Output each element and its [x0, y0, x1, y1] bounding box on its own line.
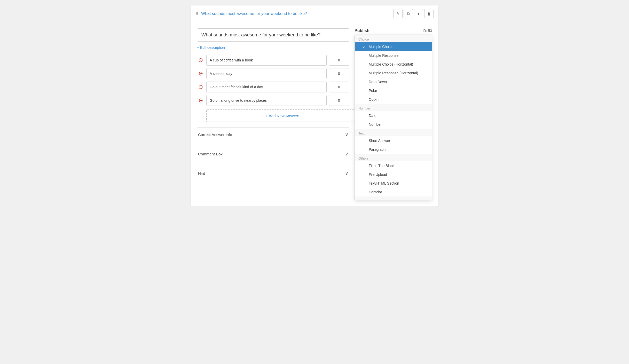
- dropdown-item-text-html-section[interactable]: Text/HTML Section: [355, 179, 432, 188]
- copy-button[interactable]: ⧉: [404, 9, 413, 18]
- answer-row: ⊖: [197, 82, 349, 92]
- answer-4-input[interactable]: [206, 95, 327, 106]
- item-label: Text/HTML Section: [369, 181, 399, 185]
- item-label: Multiple Choice (Horizontal): [369, 62, 413, 66]
- score-3-input[interactable]: [329, 82, 349, 92]
- correct-answer-chevron: ∨: [345, 132, 348, 137]
- answer-row: ⊖: [197, 55, 349, 66]
- answer-row: ⊖: [197, 95, 349, 106]
- question-card: ⠿ What sounds most awesome for your week…: [191, 5, 438, 207]
- score-4-input[interactable]: [329, 95, 349, 106]
- remove-answer-3-button[interactable]: ⊖: [197, 83, 204, 91]
- dropdown-item-multiple-response-horizontal[interactable]: Multiple Response (Horizontal): [355, 69, 432, 77]
- delete-button[interactable]: 🗑: [424, 9, 434, 18]
- comment-box-section: Comment Box ∨: [197, 147, 349, 161]
- dropdown-list: Choice ✓ Multiple Choice Multiple Respon…: [355, 35, 432, 200]
- answer-2-input[interactable]: [206, 68, 327, 79]
- edit-description-link[interactable]: + Edit description: [197, 45, 225, 50]
- header-left: ⠿ What sounds most awesome for your week…: [195, 11, 307, 16]
- item-label: Number: [369, 122, 382, 126]
- answer-1-input[interactable]: [206, 55, 327, 66]
- question-area: What sounds most awesome for your weeken…: [197, 28, 349, 200]
- hint-header[interactable]: Hint ∨: [197, 166, 349, 180]
- publish-bar: Publish ID: 53: [355, 28, 432, 33]
- dropdown-item-number[interactable]: Number: [355, 120, 432, 129]
- item-label: Short Answer: [369, 139, 390, 143]
- dropdown-item-date[interactable]: Date: [355, 111, 432, 120]
- correct-answer-label: Correct Answer Info: [198, 132, 232, 137]
- group-label-text: Text: [355, 129, 432, 136]
- dropdown-item-opt-in[interactable]: Opt-in: [355, 95, 432, 104]
- item-label: Paragraph: [369, 147, 386, 152]
- dropdown-item-fill-in-the-blank[interactable]: Fill In The Blank: [355, 161, 432, 170]
- answers-list: ⊖ ⊖ ⊖ ⊖: [197, 55, 349, 106]
- item-label: Multiple Response: [369, 53, 398, 58]
- header-actions: ✎ ⧉ ▾ 🗑: [393, 9, 434, 18]
- score-1-input[interactable]: [329, 55, 349, 66]
- correct-answer-header[interactable]: Correct Answer Info ∨: [197, 128, 349, 141]
- comment-box-label: Comment Box: [198, 152, 223, 156]
- comment-box-chevron: ∨: [345, 151, 348, 157]
- remove-answer-1-button[interactable]: ⊖: [197, 57, 204, 64]
- item-label: File Upload: [369, 172, 387, 177]
- question-text: What sounds most awesome for your weeken…: [197, 28, 349, 42]
- dropdown-item-paragraph[interactable]: Paragraph: [355, 145, 432, 154]
- hint-section: Hint ∨: [197, 166, 349, 180]
- answer-3-input[interactable]: [206, 82, 327, 92]
- item-label: Opt-in: [369, 97, 379, 101]
- item-label: Drop Down: [369, 80, 387, 84]
- remove-answer-2-button[interactable]: ⊖: [197, 70, 204, 77]
- card-title: What sounds most awesome for your weeken…: [201, 11, 307, 16]
- question-type-dropdown[interactable]: Choice ✓ Multiple Choice Multiple Respon…: [355, 35, 432, 200]
- check-icon: ✓: [363, 45, 367, 49]
- item-label: Fill In The Blank: [369, 164, 395, 168]
- comment-box-header[interactable]: Comment Box ∨: [197, 147, 349, 161]
- dropdown-item-polar[interactable]: Polar: [355, 86, 432, 95]
- correct-answer-section: Correct Answer Info ∨: [197, 127, 349, 141]
- dropdown-item-multiple-response[interactable]: Multiple Response: [355, 51, 432, 60]
- add-answer-button[interactable]: + Add New Answer!: [206, 109, 359, 122]
- answer-row: ⊖: [197, 68, 349, 79]
- item-label: Polar: [369, 89, 377, 93]
- collapse-button[interactable]: ▾: [414, 9, 423, 18]
- dropdown-item-captcha[interactable]: Captcha: [355, 188, 432, 196]
- hint-chevron: ∨: [345, 170, 348, 176]
- remove-answer-4-button[interactable]: ⊖: [197, 97, 204, 104]
- dropdown-item-short-answer[interactable]: Short Answer: [355, 136, 432, 145]
- item-label: Multiple Choice: [369, 45, 394, 49]
- item-label: Captcha: [369, 190, 382, 194]
- dropdown-item-file-upload[interactable]: File Upload: [355, 170, 432, 179]
- item-label: Date: [369, 114, 376, 118]
- group-label-others: Others: [355, 154, 432, 161]
- dropdown-item-multiple-choice[interactable]: ✓ Multiple Choice: [355, 42, 432, 51]
- group-label-number: Number: [355, 104, 432, 111]
- edit-button[interactable]: ✎: [393, 9, 403, 18]
- publish-label: Publish: [355, 28, 369, 33]
- group-label-choice: Choice: [355, 35, 432, 42]
- group-label-advanced: Advanced: [355, 196, 432, 200]
- score-2-input[interactable]: [329, 68, 349, 79]
- item-label: Multiple Response (Horizontal): [369, 71, 418, 75]
- card-header: ⠿ What sounds most awesome for your week…: [191, 5, 438, 22]
- id-label: ID: 53: [422, 29, 432, 33]
- card-body: What sounds most awesome for your weeken…: [191, 22, 438, 207]
- dropdown-item-drop-down[interactable]: Drop Down: [355, 77, 432, 86]
- drag-icon[interactable]: ⠿: [195, 11, 199, 16]
- dropdown-item-multiple-choice-horizontal[interactable]: Multiple Choice (Horizontal): [355, 60, 432, 69]
- right-panel: Publish ID: 53 Choice ✓ Multiple Choice …: [355, 28, 432, 200]
- hint-label: Hint: [198, 171, 205, 176]
